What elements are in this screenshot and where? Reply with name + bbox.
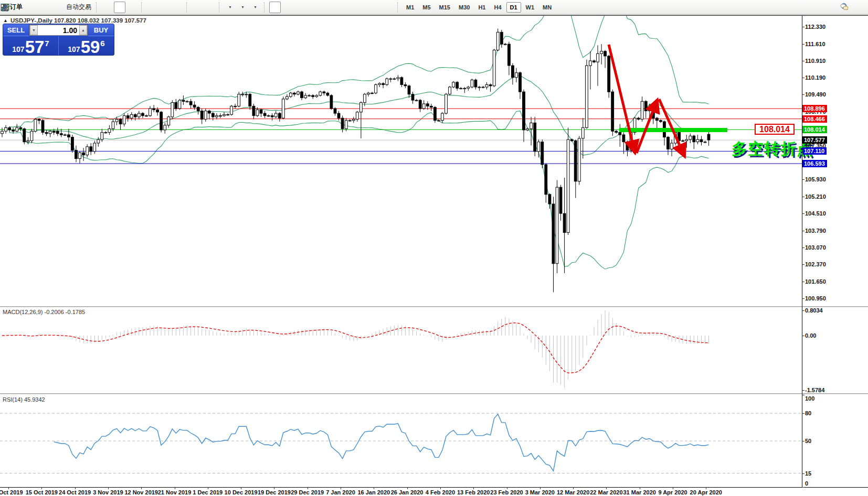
arrows-icon[interactable] <box>383 2 394 13</box>
trendline-icon[interactable] <box>320 2 331 13</box>
candle-body <box>460 88 462 89</box>
date-tick <box>473 487 474 489</box>
price-chart[interactable] <box>0 16 802 306</box>
channel-icon[interactable]: E <box>332 2 344 13</box>
candle-body <box>600 51 603 54</box>
timeframe-m15[interactable]: M15 <box>436 2 454 13</box>
candle-body <box>478 87 481 88</box>
horizontal-line-icon[interactable] <box>307 2 319 13</box>
candle-body <box>19 127 22 128</box>
timeframe-mn[interactable]: MN <box>539 2 555 13</box>
candle-body <box>286 96 289 99</box>
timeframe-m1[interactable]: M1 <box>403 2 418 13</box>
timeframe-m30[interactable]: M30 <box>455 2 473 13</box>
price-tick-label: 105.930 <box>805 176 826 182</box>
crosshair-icon[interactable] <box>282 2 293 13</box>
tile-windows-icon[interactable] <box>172 2 183 13</box>
label-icon[interactable]: T <box>370 2 382 13</box>
candle-body <box>249 94 251 106</box>
pane-separator[interactable] <box>0 306 868 307</box>
line-chart-icon[interactable] <box>126 2 138 13</box>
vertical-line-icon[interactable] <box>294 2 306 13</box>
candle-body <box>16 127 18 131</box>
candle-body <box>145 116 148 116</box>
candle-body <box>430 106 432 107</box>
periods-icon[interactable]: ▾ <box>237 2 248 13</box>
candle-body <box>160 112 163 130</box>
candle-body <box>367 93 370 94</box>
candle-body <box>115 120 118 122</box>
candle-body <box>293 93 296 94</box>
indicators-icon[interactable]: ▾ <box>224 2 236 13</box>
turning-point-annotation[interactable]: 多空转折点 <box>732 138 813 160</box>
candle-body <box>597 53 599 62</box>
axis-tick <box>802 413 805 414</box>
text-icon[interactable]: A <box>357 2 369 13</box>
pane-separator[interactable] <box>0 393 868 394</box>
cursor-icon[interactable] <box>269 2 281 13</box>
candle-body <box>696 139 699 142</box>
candle-body <box>422 104 425 109</box>
date-label: 31 Mar 2020 <box>623 489 655 495</box>
timeframe-m5[interactable]: M5 <box>419 2 434 13</box>
candle-body <box>30 131 33 141</box>
candle-body <box>171 103 174 117</box>
macd-pane[interactable] <box>0 308 802 393</box>
candle-body <box>559 187 562 213</box>
bar-chart-icon[interactable] <box>101 2 113 13</box>
candle-body <box>68 135 70 137</box>
candle-body <box>700 139 703 142</box>
time-axis-border <box>0 487 868 488</box>
axis-tick <box>802 27 805 27</box>
price-level-callout[interactable]: 108.014 <box>755 124 795 135</box>
candle-body <box>1 131 4 134</box>
candle-body <box>238 94 240 106</box>
price-tick-label: 102.370 <box>805 261 826 267</box>
auto-trading-icon[interactable]: 自动交易 <box>63 2 93 13</box>
axis-tick <box>802 310 805 311</box>
date-label: 12 Mar 2020 <box>557 489 589 495</box>
candle-body <box>301 92 303 98</box>
candle-body <box>345 121 347 129</box>
fibonacci-icon[interactable]: F <box>345 2 356 13</box>
candle-body <box>593 61 596 62</box>
rsi-pane[interactable] <box>0 395 802 487</box>
candle-body <box>204 111 207 120</box>
chart-shift-icon[interactable] <box>192 2 203 13</box>
signal-icon[interactable] <box>50 2 62 13</box>
timeframe-h1[interactable]: H1 <box>474 2 489 13</box>
profile-icon[interactable] <box>38 2 49 13</box>
candle-body <box>241 94 244 95</box>
candle-body <box>119 120 122 124</box>
zoom-out-icon[interactable] <box>159 2 171 13</box>
templates-icon[interactable]: ▾ <box>249 2 261 13</box>
candle-body <box>341 118 344 129</box>
date-tick <box>8 487 9 489</box>
gold-book-icon[interactable] <box>25 2 37 13</box>
candle-body <box>130 114 133 118</box>
timeframe-d1[interactable]: D1 <box>506 2 521 13</box>
axis-tick <box>802 282 805 282</box>
chart-autoscroll-icon[interactable] <box>204 2 216 13</box>
price-badge: 107.110 <box>802 147 827 155</box>
candle-body <box>463 88 466 89</box>
candle-body <box>153 109 155 110</box>
candle-body <box>149 109 152 116</box>
date-label: 20 Apr 2020 <box>690 489 722 495</box>
chat-icon[interactable] <box>853 1 864 13</box>
price-tick-label: 100.950 <box>805 295 826 301</box>
candle-body <box>563 213 566 232</box>
toolbar-separator <box>397 2 400 13</box>
price-tick-label: 103.790 <box>805 228 826 234</box>
date-tick <box>308 487 308 489</box>
axis-tick <box>802 247 805 248</box>
date-label: 3 Nov 2019 <box>93 489 123 495</box>
timeframe-w1[interactable]: W1 <box>522 2 538 13</box>
date-tick <box>141 487 142 489</box>
candle-body <box>193 105 196 107</box>
candlestick-icon[interactable] <box>114 2 125 13</box>
zoom-in-icon[interactable] <box>146 2 158 13</box>
timeframe-h4[interactable]: H4 <box>490 2 505 13</box>
candle-body <box>319 92 322 95</box>
candle-body <box>189 101 192 105</box>
